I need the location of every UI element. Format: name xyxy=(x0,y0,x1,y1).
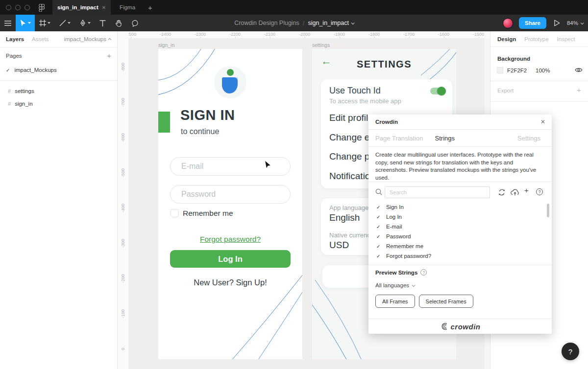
plugin-search-row: + ? xyxy=(368,182,552,203)
tab-prototype[interactable]: Prototype xyxy=(524,36,548,42)
close-window-icon[interactable] xyxy=(6,5,11,10)
frame-title-settings[interactable]: settings xyxy=(312,42,330,48)
tab-page-translation[interactable]: Page Translation xyxy=(375,135,423,142)
sign-in-mockup-frame[interactable]: SIGN IN to continue E-mail Password Reme… xyxy=(158,49,302,359)
currency-label: Native currency xyxy=(329,231,373,239)
chevron-down-icon xyxy=(412,283,416,287)
close-icon[interactable]: ✕ xyxy=(540,118,545,125)
string-list-item[interactable]: ✓ Forgot password? xyxy=(368,251,549,261)
settings-row[interactable]: Edit profile xyxy=(329,113,373,123)
tab-design[interactable]: Design xyxy=(497,36,516,42)
tab-layers[interactable]: Layers xyxy=(6,36,24,42)
check-icon: ✓ xyxy=(376,244,383,249)
visibility-eye-icon[interactable] xyxy=(575,67,583,73)
page-item-impact-mockups[interactable]: ✓ impact_Mockups xyxy=(0,64,117,76)
layer-frame-item[interactable]: # sign_in xyxy=(0,97,117,110)
frames-button[interactable]: Selected Frames xyxy=(419,295,473,308)
log-in-button[interactable]: Log In xyxy=(170,250,291,268)
background-color-swatch[interactable] xyxy=(497,67,503,73)
search-icon xyxy=(375,188,382,195)
pen-tool-button[interactable] xyxy=(75,15,95,31)
background-opacity-value[interactable]: 100% xyxy=(536,68,550,73)
chevron-down-icon[interactable] xyxy=(28,22,31,24)
remember-me-checkbox[interactable] xyxy=(171,209,179,217)
plugin-title: Crowdin xyxy=(375,119,398,125)
app-language-value[interactable]: English xyxy=(329,212,360,223)
layer-frame-item[interactable]: # settings xyxy=(0,85,117,97)
settings-title: SETTINGS xyxy=(312,59,456,70)
plugin-tabs: Page Translation Strings Settings xyxy=(368,130,552,147)
minimize-window-icon[interactable] xyxy=(15,5,21,10)
panel-tabs: Design Prototype Inspect xyxy=(490,31,588,47)
chevron-down-icon[interactable] xyxy=(48,22,50,24)
ruler-tick-label: -600 xyxy=(118,132,128,143)
macos-window-controls xyxy=(0,5,30,10)
frames-button[interactable]: All Frames xyxy=(375,295,415,308)
help-button[interactable]: ? xyxy=(562,343,579,360)
breadcrumb-project[interactable]: Crowdin Design Plugins xyxy=(234,20,299,26)
add-export-button[interactable]: + xyxy=(577,86,581,94)
ruler-tick-label: -1800 xyxy=(357,31,392,38)
pages-header: Pages xyxy=(6,53,22,59)
tab-sign-in-impact[interactable]: sign_in_impact ✕ xyxy=(52,0,111,15)
chevron-down-icon xyxy=(581,21,584,24)
user-avatar[interactable] xyxy=(503,18,513,28)
ruler-tick-label: -2300 xyxy=(183,31,218,38)
frame-tool-icon xyxy=(39,20,46,26)
touch-id-toggle[interactable] xyxy=(430,88,445,94)
strings-list: ✓ Sign In ✓ Log In ✓ E-mail ✓ Password ✓… xyxy=(368,202,549,261)
frame-tool-button[interactable] xyxy=(35,15,55,31)
new-tab-button[interactable]: + xyxy=(144,3,156,12)
scrollbar-thumb[interactable] xyxy=(547,204,549,217)
layers-list: # settings # sign_in xyxy=(0,81,117,110)
currency-value[interactable]: USD xyxy=(329,240,349,251)
tab-assets[interactable]: Assets xyxy=(32,36,49,42)
string-list-item[interactable]: ✓ Password xyxy=(368,231,549,241)
string-list-item[interactable]: ✓ Log In xyxy=(368,212,549,222)
info-question-icon[interactable]: ? xyxy=(420,269,427,276)
language-filter-dropdown[interactable]: All languages xyxy=(375,282,415,288)
tab-strings[interactable]: Strings xyxy=(435,135,455,142)
background-hex-value[interactable]: F2F2F2 xyxy=(507,68,527,73)
cloud-upload-icon[interactable] xyxy=(510,188,520,196)
export-section-title: Export xyxy=(497,88,514,93)
text-tool-button[interactable] xyxy=(95,15,110,31)
string-list-item[interactable]: ✓ E-mail xyxy=(368,222,549,231)
close-tab-icon[interactable]: ✕ xyxy=(102,5,106,10)
tab-inspect[interactable]: Inspect xyxy=(557,36,575,42)
add-page-button[interactable]: + xyxy=(107,51,111,60)
ruler-tick-label: -1600 xyxy=(426,31,461,38)
tab-figma-home[interactable]: Figma xyxy=(111,4,144,10)
present-play-icon[interactable] xyxy=(552,19,561,27)
main-toolbar: Crowdin Design Plugins / sign_in_impact … xyxy=(0,15,588,31)
page-dropdown[interactable]: impact_Mockups xyxy=(64,36,111,42)
plugin-header: Crowdin ✕ xyxy=(368,115,552,130)
string-label: Forgot password? xyxy=(386,253,431,259)
string-list-item[interactable]: ✓ Sign In xyxy=(368,202,549,212)
breadcrumb-separator: / xyxy=(303,20,305,27)
sync-icon[interactable] xyxy=(498,188,506,196)
sign-up-text[interactable]: New User? Sign Up! xyxy=(158,278,302,287)
breadcrumb-page-dropdown[interactable]: sign_in_impact xyxy=(308,20,353,26)
zoom-level-control[interactable]: 84% xyxy=(567,20,583,26)
password-field[interactable]: Password xyxy=(170,185,291,204)
string-list-item[interactable]: ✓ Remember me xyxy=(368,241,549,251)
frame-title-sign-in[interactable]: sign_in xyxy=(158,42,174,48)
chevron-down-icon xyxy=(351,21,355,24)
comment-tool-button[interactable] xyxy=(127,15,143,31)
zoom-window-icon[interactable] xyxy=(24,5,30,10)
search-input[interactable] xyxy=(385,186,490,198)
chevron-down-icon[interactable] xyxy=(68,22,71,24)
move-tool-button[interactable] xyxy=(16,15,35,31)
main-menu-button[interactable] xyxy=(0,15,16,31)
add-string-icon[interactable]: + xyxy=(524,186,529,194)
help-icon[interactable]: ? xyxy=(536,188,543,195)
tab-settings[interactable]: Settings xyxy=(517,135,540,142)
hamburger-icon xyxy=(4,21,11,26)
email-field[interactable]: E-mail xyxy=(170,157,291,176)
hand-tool-button[interactable] xyxy=(110,15,127,31)
share-button[interactable]: Share xyxy=(519,17,546,29)
chevron-down-icon[interactable] xyxy=(88,22,91,24)
shape-tool-button[interactable] xyxy=(55,15,75,31)
forgot-password-link[interactable]: Forgot password? xyxy=(158,235,302,244)
